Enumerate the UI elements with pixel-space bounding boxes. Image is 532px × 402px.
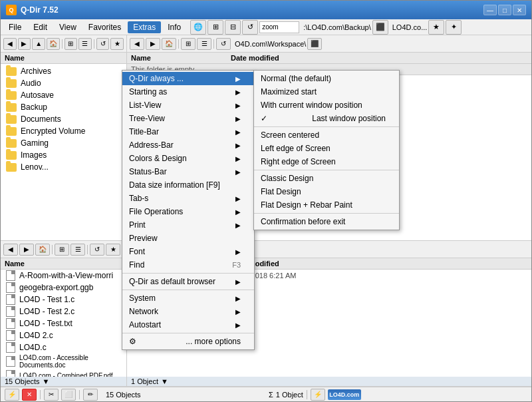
menu-status-bar[interactable]: Status-Bar ▶ bbox=[122, 165, 254, 178]
qdir-current-pos[interactable]: With current window position bbox=[254, 99, 399, 112]
menu-tabs[interactable]: Tab-s ▶ bbox=[122, 192, 254, 205]
qdir-left-edge[interactable]: Left edge of Screen bbox=[254, 142, 399, 155]
list-item[interactable]: Documents bbox=[1, 113, 126, 125]
menu-info[interactable]: Info bbox=[162, 21, 186, 33]
qdir-right-edge[interactable]: Right edge of Screen bbox=[254, 155, 399, 168]
menu-print[interactable]: Print ▶ bbox=[122, 218, 254, 232]
qdir-flat-design[interactable]: Flat Design bbox=[254, 185, 399, 198]
up-btn[interactable]: ▲ bbox=[32, 38, 45, 50]
status-btn4[interactable]: ⬜ bbox=[61, 389, 76, 401]
menu-extras[interactable]: Extras bbox=[128, 21, 161, 33]
menu-network[interactable]: Network ▶ bbox=[122, 305, 254, 318]
menu-file[interactable]: File bbox=[3, 21, 27, 33]
list-item[interactable]: LO4D.com - Combined PDF.pdf bbox=[1, 369, 126, 377]
bottom-right-count: 1 Object ▼ bbox=[127, 377, 531, 387]
qdir-confirm-exit[interactable]: Confirmation before exit bbox=[254, 215, 399, 228]
menu-font[interactable]: Font ▶ bbox=[122, 245, 254, 258]
bl-home[interactable]: 🏠 bbox=[35, 244, 50, 256]
qdir-screen-center[interactable]: Screen centered bbox=[254, 128, 399, 142]
forward-btn-r[interactable]: ▶ bbox=[146, 38, 160, 50]
list-item[interactable]: LO4D - Test 1.c bbox=[1, 294, 126, 305]
bl-count-arrow[interactable]: ▼ bbox=[43, 377, 50, 385]
list-item[interactable]: Autosave bbox=[1, 89, 126, 101]
refresh-btn-l[interactable]: ↺ bbox=[96, 38, 110, 50]
fav-btn[interactable]: ★ bbox=[110, 38, 124, 50]
list-item[interactable]: LO4D - Test.txt bbox=[1, 317, 126, 329]
bl-count-label: 15 Objects bbox=[5, 377, 40, 385]
menu-file-operations[interactable]: File Operations ▶ bbox=[122, 205, 254, 218]
maximize-button[interactable]: □ bbox=[498, 5, 511, 15]
menu-address-bar[interactable]: Address-Bar ▶ bbox=[122, 138, 254, 152]
bl-layout[interactable]: ⊞ bbox=[55, 244, 69, 256]
status-btn5[interactable]: ✏ bbox=[83, 389, 98, 401]
menu-title-bar[interactable]: Title-Bar ▶ bbox=[122, 125, 254, 138]
list-item[interactable]: Audio bbox=[1, 77, 126, 89]
menu-system[interactable]: System ▶ bbox=[122, 292, 254, 305]
bottom-left-file-list[interactable]: A-Room-with-a-View-morri geogebra-export… bbox=[1, 270, 126, 377]
bl-filter[interactable]: ☰ bbox=[70, 244, 85, 256]
status-btn3[interactable]: ✂ bbox=[44, 389, 59, 401]
menu-autostart[interactable]: Autostart ▶ bbox=[122, 318, 254, 331]
menu-favorites[interactable]: Favorites bbox=[83, 21, 126, 33]
qdir-maximized[interactable]: Maximized start bbox=[254, 85, 399, 99]
menu-find[interactable]: Find F3 bbox=[122, 258, 254, 272]
qdir-classic-design[interactable]: Classic Design bbox=[254, 172, 399, 185]
filter-btn[interactable]: ☰ bbox=[78, 38, 92, 50]
status-btn2[interactable]: ✕ bbox=[22, 389, 37, 401]
menu-starting-as[interactable]: Starting as ▶ bbox=[122, 85, 254, 99]
forward-btn[interactable]: ▶ bbox=[18, 38, 31, 50]
list-item[interactable]: LO4D.com - Accessible Documents.doc bbox=[1, 353, 126, 369]
refresh-btn-r[interactable]: ↺ bbox=[216, 38, 231, 50]
menu-edit[interactable]: Edit bbox=[28, 21, 53, 33]
list-item[interactable]: LO4D 2.c bbox=[1, 329, 126, 341]
menu-default-browser[interactable]: Q-Dir as default browser ▶ bbox=[122, 275, 254, 288]
layout-btn-r[interactable]: ⊞ bbox=[181, 38, 196, 50]
list-item[interactable]: Backup bbox=[1, 101, 126, 113]
list-item[interactable]: Encrypted Volume bbox=[1, 125, 126, 137]
status-btn-r1[interactable]: ⚡ bbox=[311, 389, 325, 401]
main-window: Q Q-Dir 7.52 — □ ✕ File Edit View Favori… bbox=[0, 0, 532, 402]
star-icon[interactable]: ★ bbox=[428, 20, 444, 35]
bl-fav[interactable]: ★ bbox=[106, 244, 120, 256]
qdir-last-pos[interactable]: ✓ Last window position bbox=[254, 112, 399, 125]
filter-btn-r[interactable]: ☰ bbox=[197, 38, 211, 50]
extra-layout-icon[interactable]: ⬛ bbox=[372, 20, 388, 35]
minimize-button[interactable]: — bbox=[483, 5, 497, 15]
layout-icon[interactable]: ⊞ bbox=[207, 20, 223, 35]
qdir-flat-rebar[interactable]: Flat Design + Rebar Paint bbox=[254, 198, 399, 212]
back-btn-r[interactable]: ◀ bbox=[130, 38, 144, 50]
qdir-normal[interactable]: Normal (the default) bbox=[254, 72, 399, 85]
close-button[interactable]: ✕ bbox=[513, 5, 526, 15]
menu-tree-view[interactable]: Tree-View ▶ bbox=[122, 112, 254, 125]
refresh-icon[interactable]: ↺ bbox=[242, 20, 258, 35]
list-item[interactable]: LO4D - Test 2.c bbox=[1, 305, 126, 317]
menu-colors-design[interactable]: Colors & Design ▶ bbox=[122, 152, 254, 165]
menu-data-size[interactable]: Data size information [F9] bbox=[122, 178, 254, 192]
status-btn1[interactable]: ⚡ bbox=[5, 389, 19, 401]
list-item[interactable]: geogebra-export.ggb bbox=[1, 282, 126, 294]
list-item[interactable]: A-Room-with-a-View-morri bbox=[1, 270, 126, 282]
menu-list-view[interactable]: List-View ▶ bbox=[122, 99, 254, 112]
home-btn[interactable]: 🏠 bbox=[47, 38, 60, 50]
layout2-btn-r[interactable]: ⬛ bbox=[307, 38, 322, 50]
home-btn-r[interactable]: 🏠 bbox=[162, 38, 176, 50]
menu-view[interactable]: View bbox=[54, 21, 82, 33]
list-item[interactable]: LO4D.c bbox=[1, 341, 126, 353]
extra-icon[interactable]: ✦ bbox=[446, 20, 462, 35]
list-item[interactable]: Images bbox=[1, 149, 126, 161]
list-item[interactable]: Lenov... bbox=[1, 161, 126, 173]
br-count-arrow[interactable]: ▼ bbox=[161, 377, 168, 385]
menu-preview[interactable]: Preview bbox=[122, 232, 254, 245]
bl-fwd[interactable]: ▶ bbox=[19, 244, 34, 256]
layout2-icon[interactable]: ⊟ bbox=[225, 20, 241, 35]
menu-more-options[interactable]: ⚙ ... more options bbox=[122, 335, 254, 348]
list-item[interactable]: Gaming bbox=[1, 137, 126, 149]
bl-back[interactable]: ◀ bbox=[3, 244, 18, 256]
bl-refresh[interactable]: ↺ bbox=[90, 244, 104, 256]
menu-qdir-always[interactable]: Q-Dir always ... ▶ bbox=[122, 72, 254, 85]
list-item[interactable]: Archives bbox=[1, 65, 126, 77]
back-btn[interactable]: ◀ bbox=[3, 38, 17, 50]
globe-icon[interactable]: 🌐 bbox=[190, 20, 206, 35]
layout-btn[interactable]: ⊞ bbox=[65, 38, 78, 50]
left-action-bar: ◀ ▶ ▲ 🏠 ⊞ ☰ ↺ ★ bbox=[1, 35, 126, 53]
